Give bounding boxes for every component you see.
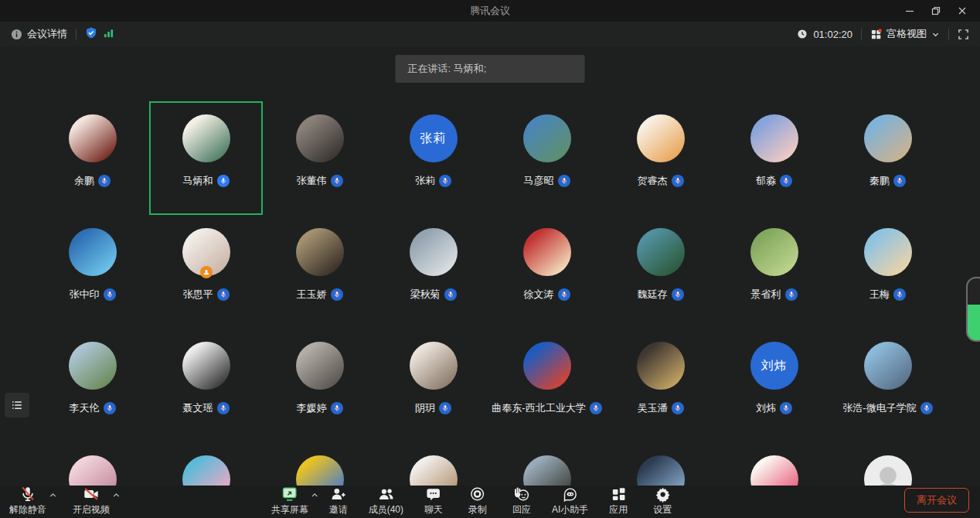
toolbar-mic-off-button[interactable]: 解除静音 (9, 486, 46, 516)
avatar (296, 342, 344, 390)
toolbar-item-label: 录制 (468, 503, 487, 516)
minimize-button[interactable] (897, 0, 923, 22)
participant-name: 张董伟 (297, 174, 327, 188)
participant-name-row: 郁淼 (756, 174, 792, 187)
participant-name: 张莉 (415, 174, 435, 188)
participant-tile[interactable]: 李媛婷 (263, 329, 376, 442)
toolbar-ai-assistant-button[interactable]: AI小助手 (552, 486, 588, 516)
toolbar-settings-button[interactable]: 设置 (648, 486, 676, 516)
toolbar-item-label: 应用 (609, 503, 628, 516)
avatar (69, 114, 117, 162)
participant-tile[interactable]: 张思平 (149, 215, 263, 329)
toolbar-reaction-button[interactable]: 回应 (508, 486, 536, 516)
participant-name: 王梅 (869, 288, 890, 302)
participant-tile[interactable]: 贺睿杰 (604, 101, 717, 215)
list-icon (10, 398, 24, 412)
leave-meeting-button[interactable]: 离开会议 (904, 488, 969, 513)
mic-status-icon (893, 175, 906, 187)
invite-icon (330, 486, 347, 503)
grid-view-icon (870, 29, 882, 40)
participant-tile[interactable]: 景省利 (717, 215, 831, 329)
participant-tile[interactable]: 郁淼 (717, 101, 831, 215)
avatar (182, 114, 230, 162)
participant-tile[interactable]: 聂文瑶 (149, 329, 263, 442)
divider (861, 29, 862, 39)
participant-tile[interactable]: 魏廷存 (604, 215, 717, 329)
participant-tile[interactable]: 马彦昭 (490, 101, 604, 215)
toolbar-record-button[interactable]: 录制 (464, 486, 492, 516)
fullscreen-button[interactable] (958, 29, 969, 40)
participant-name: 贺睿杰 (638, 174, 668, 188)
mic-status-icon (590, 402, 602, 414)
reaction-icon (513, 486, 530, 503)
window-title: 腾讯会议 (470, 4, 510, 18)
mic-status-icon (672, 175, 684, 187)
toolbar-apps-button[interactable]: 应用 (604, 486, 632, 516)
participant-name-row: 余鹏 (74, 174, 111, 187)
participant-name-row: 徐文涛 (524, 288, 570, 301)
toolbar-item-label: 设置 (653, 503, 672, 516)
participant-name: 王玉娇 (297, 288, 327, 302)
participant-tile[interactable]: 秦鹏 (831, 101, 944, 215)
bottom-toolbar: 解除静音 开启视频 共享屏幕 邀请 成员(40) 聊天 录制 回应 AI小助手 … (0, 486, 980, 518)
toolbar-screen-share-button[interactable]: 共享屏幕 (271, 486, 308, 516)
host-badge-icon (200, 266, 213, 278)
participant-grid: 余鹏 马炳和 张董伟 张莉 张莉 马彦昭 贺睿杰 (36, 101, 944, 518)
settings-icon (654, 486, 671, 503)
participant-tile[interactable]: 阴玥 (376, 329, 490, 442)
participant-tile[interactable]: 张中印 (36, 215, 149, 329)
avatar: 张莉 (410, 114, 458, 162)
mic-status-icon (780, 175, 792, 187)
toolbar-item-label: AI小助手 (552, 503, 588, 516)
participant-tile[interactable]: 吴玉潘 (604, 329, 717, 442)
camera-off-icon (83, 486, 100, 503)
avatar (864, 342, 912, 390)
participant-tile[interactable]: 余鹏 (36, 101, 149, 215)
participant-tile[interactable]: 曲奉东-西北工业大学 (490, 329, 604, 442)
participant-tile[interactable]: 徐文涛 (490, 215, 604, 329)
participant-tile[interactable]: 王梅 (831, 215, 944, 329)
meeting-details-button[interactable]: 会议详情 (11, 27, 67, 41)
close-button[interactable] (949, 0, 975, 22)
window-controls (897, 0, 975, 22)
caret-up-icon[interactable] (48, 490, 58, 503)
mic-status-icon (672, 288, 684, 301)
participant-tile[interactable]: 张莉 张莉 (376, 101, 490, 215)
record-icon (469, 486, 486, 503)
participant-tile[interactable]: 刘炜 刘炜 (717, 329, 831, 442)
caret-up-icon[interactable] (310, 490, 320, 503)
participant-tile[interactable]: 梁秋菊 (376, 215, 490, 329)
participant-tile[interactable]: 张浩-微电子学院 (831, 329, 944, 442)
mic-status-icon (104, 402, 116, 414)
meeting-details-label: 会议详情 (27, 27, 67, 41)
avatar (69, 342, 117, 390)
caret-up-icon[interactable] (111, 490, 121, 503)
participant-name-row: 马炳和 (183, 174, 230, 187)
participant-name-row: 张董伟 (297, 174, 343, 187)
mic-status-icon (331, 175, 343, 187)
toolbar-item-label: 回应 (512, 503, 531, 516)
restore-button[interactable] (923, 0, 949, 22)
ai-assistant-icon (562, 486, 579, 503)
fullscreen-icon (958, 29, 969, 40)
participant-name-row: 梁秋菊 (410, 288, 457, 301)
participant-tile[interactable]: 王玉娇 (263, 215, 376, 329)
avatar-text: 刘炜 (761, 358, 788, 374)
toolbar-invite-button[interactable]: 邀请 (325, 486, 352, 516)
close-icon (958, 6, 967, 15)
participant-name: 李天伦 (70, 401, 100, 415)
participant-tile[interactable]: 张董伟 (263, 101, 376, 215)
toolbar-item-label: 邀请 (329, 503, 348, 516)
view-mode-selector[interactable]: 宫格视图 (870, 27, 940, 41)
participant-tile[interactable]: 李天伦 (36, 329, 149, 442)
toolbar-item-label: 聊天 (424, 503, 443, 516)
toolbar-members-button[interactable]: 成员(40) (369, 486, 403, 516)
security-shield-icon[interactable] (85, 26, 97, 42)
network-signal-icon[interactable] (103, 27, 114, 41)
participant-tile[interactable]: 马炳和 (149, 101, 263, 215)
window-titlebar: 腾讯会议 (0, 0, 980, 22)
restore-icon (931, 6, 941, 15)
participant-list-toggle-button[interactable] (5, 393, 29, 417)
toolbar-camera-off-button[interactable]: 开启视频 (73, 486, 110, 516)
toolbar-chat-button[interactable]: 聊天 (420, 486, 447, 516)
